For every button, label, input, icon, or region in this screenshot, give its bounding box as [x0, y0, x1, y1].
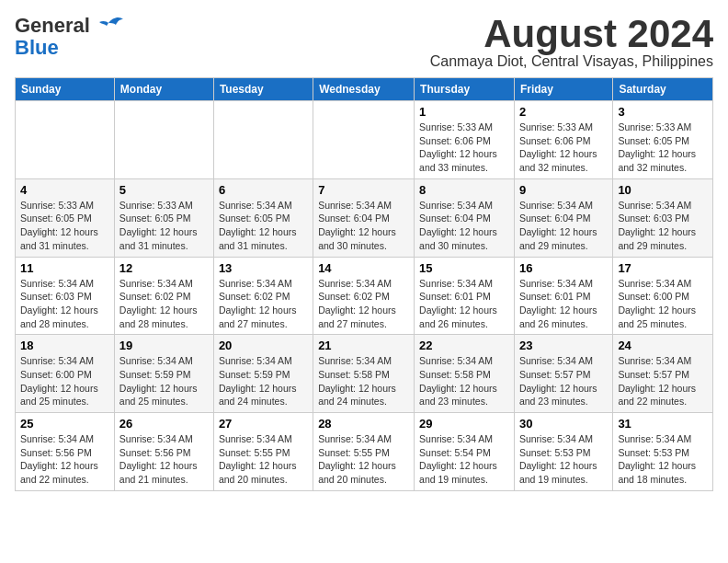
calendar-cell: 27Sunrise: 5:34 AM Sunset: 5:55 PM Dayli…: [213, 413, 313, 491]
day-number: 10: [618, 183, 708, 197]
day-number: 16: [519, 261, 608, 275]
day-info: Sunrise: 5:34 AM Sunset: 5:56 PM Dayligh…: [20, 432, 109, 487]
calendar-cell: 1Sunrise: 5:33 AM Sunset: 6:06 PM Daylig…: [415, 101, 515, 179]
logo-blue: Blue: [15, 36, 59, 59]
calendar-cell: 15Sunrise: 5:34 AM Sunset: 6:01 PM Dayli…: [415, 257, 515, 335]
calendar-cell: 31Sunrise: 5:34 AM Sunset: 5:53 PM Dayli…: [613, 413, 713, 491]
day-info: Sunrise: 5:34 AM Sunset: 6:03 PM Dayligh…: [20, 277, 109, 331]
day-number: 13: [219, 261, 308, 275]
day-info: Sunrise: 5:33 AM Sunset: 6:05 PM Dayligh…: [618, 121, 708, 175]
logo-bird-icon: [92, 16, 125, 41]
calendar-cell: 10Sunrise: 5:34 AM Sunset: 6:03 PM Dayli…: [613, 178, 713, 257]
day-info: Sunrise: 5:34 AM Sunset: 5:56 PM Dayligh…: [119, 432, 209, 487]
day-info: Sunrise: 5:34 AM Sunset: 6:05 PM Dayligh…: [219, 199, 308, 253]
day-number: 25: [20, 417, 109, 431]
day-number: 2: [519, 105, 608, 119]
page-title: August 2024: [430, 15, 713, 53]
calendar-cell: 12Sunrise: 5:34 AM Sunset: 6:02 PM Dayli…: [114, 257, 213, 335]
day-info: Sunrise: 5:34 AM Sunset: 5:54 PM Dayligh…: [419, 432, 509, 487]
calendar-cell: 3Sunrise: 5:33 AM Sunset: 6:05 PM Daylig…: [613, 101, 713, 179]
day-info: Sunrise: 5:33 AM Sunset: 6:05 PM Dayligh…: [20, 199, 109, 253]
weekday-header: Friday: [514, 78, 612, 101]
calendar-cell: 7Sunrise: 5:34 AM Sunset: 6:04 PM Daylig…: [313, 178, 415, 257]
logo-text: GeneralBlue: [15, 15, 90, 59]
day-number: 12: [119, 261, 209, 275]
calendar-week-row: 4Sunrise: 5:33 AM Sunset: 6:05 PM Daylig…: [16, 178, 713, 257]
day-info: Sunrise: 5:34 AM Sunset: 6:00 PM Dayligh…: [618, 277, 708, 331]
calendar-cell: [114, 101, 213, 179]
calendar-cell: 14Sunrise: 5:34 AM Sunset: 6:02 PM Dayli…: [313, 257, 415, 335]
day-info: Sunrise: 5:34 AM Sunset: 6:03 PM Dayligh…: [618, 199, 708, 253]
day-number: 18: [20, 339, 109, 352]
day-number: 3: [618, 105, 708, 119]
day-number: 4: [20, 183, 109, 197]
calendar-cell: 18Sunrise: 5:34 AM Sunset: 6:00 PM Dayli…: [16, 335, 115, 413]
calendar-week-row: 18Sunrise: 5:34 AM Sunset: 6:00 PM Dayli…: [16, 335, 713, 413]
day-number: 22: [419, 339, 509, 352]
day-info: Sunrise: 5:34 AM Sunset: 6:04 PM Dayligh…: [318, 199, 409, 253]
calendar-week-row: 11Sunrise: 5:34 AM Sunset: 6:03 PM Dayli…: [16, 257, 713, 335]
day-number: 1: [419, 105, 509, 119]
day-number: 31: [618, 417, 708, 431]
day-number: 11: [20, 261, 109, 275]
calendar-week-row: 1Sunrise: 5:33 AM Sunset: 6:06 PM Daylig…: [16, 101, 713, 179]
day-info: Sunrise: 5:34 AM Sunset: 6:01 PM Dayligh…: [519, 277, 608, 331]
calendar-week-row: 25Sunrise: 5:34 AM Sunset: 5:56 PM Dayli…: [16, 413, 713, 491]
day-info: Sunrise: 5:33 AM Sunset: 6:05 PM Dayligh…: [119, 199, 209, 253]
day-info: Sunrise: 5:34 AM Sunset: 5:57 PM Dayligh…: [519, 354, 608, 408]
day-info: Sunrise: 5:34 AM Sunset: 6:02 PM Dayligh…: [119, 277, 209, 331]
day-number: 7: [318, 183, 409, 197]
calendar-cell: 16Sunrise: 5:34 AM Sunset: 6:01 PM Dayli…: [514, 257, 612, 335]
weekday-header: Wednesday: [313, 78, 415, 101]
calendar-cell: [313, 101, 415, 179]
calendar-cell: 20Sunrise: 5:34 AM Sunset: 5:59 PM Dayli…: [213, 335, 313, 413]
day-info: Sunrise: 5:34 AM Sunset: 5:57 PM Dayligh…: [618, 354, 708, 408]
day-info: Sunrise: 5:34 AM Sunset: 6:01 PM Dayligh…: [419, 277, 509, 331]
calendar-cell: 24Sunrise: 5:34 AM Sunset: 5:57 PM Dayli…: [613, 335, 713, 413]
calendar-cell: 17Sunrise: 5:34 AM Sunset: 6:00 PM Dayli…: [613, 257, 713, 335]
weekday-header: Thursday: [415, 78, 515, 101]
calendar-cell: 30Sunrise: 5:34 AM Sunset: 5:53 PM Dayli…: [514, 413, 612, 491]
calendar-cell: 13Sunrise: 5:34 AM Sunset: 6:02 PM Dayli…: [213, 257, 313, 335]
day-number: 9: [519, 183, 608, 197]
day-number: 23: [519, 339, 608, 352]
day-info: Sunrise: 5:34 AM Sunset: 6:00 PM Dayligh…: [20, 354, 109, 408]
calendar-cell: 19Sunrise: 5:34 AM Sunset: 5:59 PM Dayli…: [114, 335, 213, 413]
calendar-cell: 4Sunrise: 5:33 AM Sunset: 6:05 PM Daylig…: [16, 178, 115, 257]
calendar-cell: 25Sunrise: 5:34 AM Sunset: 5:56 PM Dayli…: [16, 413, 115, 491]
day-number: 5: [119, 183, 209, 197]
calendar-cell: 23Sunrise: 5:34 AM Sunset: 5:57 PM Dayli…: [514, 335, 612, 413]
day-number: 20: [219, 339, 308, 352]
day-info: Sunrise: 5:34 AM Sunset: 5:53 PM Dayligh…: [618, 432, 708, 487]
calendar-cell: 22Sunrise: 5:34 AM Sunset: 5:58 PM Dayli…: [415, 335, 515, 413]
day-number: 29: [419, 417, 509, 431]
day-number: 19: [119, 339, 209, 352]
day-number: 17: [618, 261, 708, 275]
weekday-header: Monday: [114, 78, 213, 101]
day-number: 24: [618, 339, 708, 352]
calendar-cell: 26Sunrise: 5:34 AM Sunset: 5:56 PM Dayli…: [114, 413, 213, 491]
day-info: Sunrise: 5:34 AM Sunset: 6:02 PM Dayligh…: [318, 277, 409, 331]
calendar-table: SundayMondayTuesdayWednesdayThursdayFrid…: [15, 77, 713, 491]
calendar-cell: 21Sunrise: 5:34 AM Sunset: 5:58 PM Dayli…: [313, 335, 415, 413]
day-number: 21: [318, 339, 409, 352]
day-info: Sunrise: 5:34 AM Sunset: 5:58 PM Dayligh…: [318, 354, 409, 408]
day-info: Sunrise: 5:34 AM Sunset: 5:55 PM Dayligh…: [318, 432, 409, 487]
weekday-header: Saturday: [613, 78, 713, 101]
calendar-cell: [16, 101, 115, 179]
day-info: Sunrise: 5:33 AM Sunset: 6:06 PM Dayligh…: [419, 121, 509, 175]
calendar-cell: 2Sunrise: 5:33 AM Sunset: 6:06 PM Daylig…: [514, 101, 612, 179]
calendar-cell: 11Sunrise: 5:34 AM Sunset: 6:03 PM Dayli…: [16, 257, 115, 335]
day-info: Sunrise: 5:34 AM Sunset: 5:59 PM Dayligh…: [219, 354, 308, 408]
day-info: Sunrise: 5:34 AM Sunset: 6:04 PM Dayligh…: [519, 199, 608, 253]
day-number: 6: [219, 183, 308, 197]
day-info: Sunrise: 5:34 AM Sunset: 6:02 PM Dayligh…: [219, 277, 308, 331]
day-number: 15: [419, 261, 509, 275]
weekday-header: Tuesday: [213, 78, 313, 101]
logo: GeneralBlue: [15, 15, 125, 59]
day-info: Sunrise: 5:34 AM Sunset: 6:04 PM Dayligh…: [419, 199, 509, 253]
calendar-cell: 8Sunrise: 5:34 AM Sunset: 6:04 PM Daylig…: [415, 178, 515, 257]
day-info: Sunrise: 5:34 AM Sunset: 5:59 PM Dayligh…: [119, 354, 209, 408]
calendar-cell: 9Sunrise: 5:34 AM Sunset: 6:04 PM Daylig…: [514, 178, 612, 257]
page-subtitle: Canmaya Diot, Central Visayas, Philippin…: [430, 53, 713, 70]
